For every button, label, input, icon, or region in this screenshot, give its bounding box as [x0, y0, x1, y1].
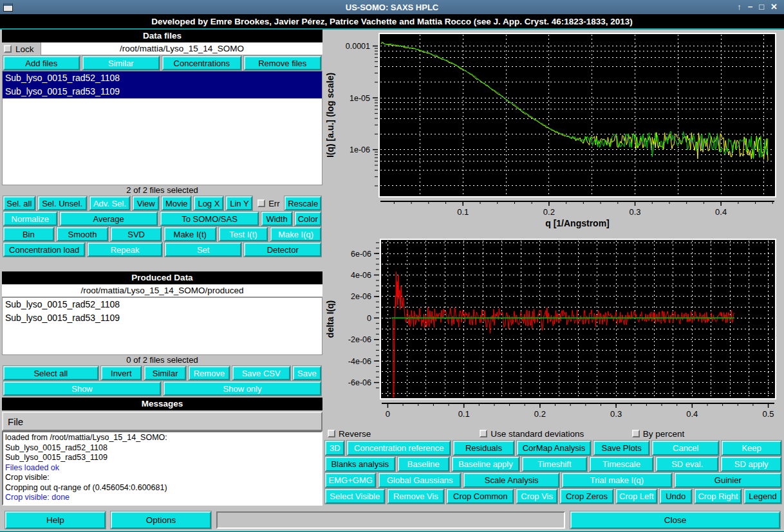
- y-axis-title: I(q) [a.u.] (log scale): [325, 73, 335, 158]
- maximize-window-button[interactable]: □: [759, 0, 764, 14]
- btn-to-somo-sas[interactable]: To SOMO/SAS: [160, 212, 259, 226]
- btn-bin[interactable]: Bin: [3, 227, 54, 241]
- btn-similar[interactable]: Similar: [82, 56, 160, 70]
- btn-sel-unsel[interactable]: Sel. Unsel.: [38, 196, 87, 210]
- btn-sd-apply[interactable]: SD apply: [721, 457, 781, 472]
- analysis-actions: 3DConcentration referenceResidualsCorMap…: [324, 440, 784, 504]
- btn-remove[interactable]: Remove: [189, 366, 229, 380]
- window-controls: ↑−□✕: [737, 0, 784, 14]
- btn-average[interactable]: Average: [60, 212, 158, 226]
- file-item[interactable]: Sub_lyso_0015_rad53_1109: [3, 85, 322, 98]
- title-bar[interactable]: US-SOMO: SAXS HPLC ↑−□✕: [0, 0, 784, 14]
- by-percent-checkbox[interactable]: [632, 430, 640, 437]
- btn-keep[interactable]: Keep: [722, 441, 781, 455]
- btn-options[interactable]: Options: [111, 511, 211, 529]
- btn-baseline[interactable]: Baseline: [398, 457, 450, 472]
- btn-scale-analysis[interactable]: Scale Analysis: [463, 473, 559, 488]
- credits-banner: Developed by Emre Brookes, Javier Pérez,…: [0, 14, 784, 28]
- btn-make-i-q[interactable]: Make I(q): [270, 227, 321, 241]
- btn-select-visible[interactable]: Select Visible: [325, 489, 385, 504]
- btn-3d[interactable]: 3D: [325, 441, 344, 455]
- btn-add-files[interactable]: Add files: [3, 56, 80, 70]
- btn-repeak[interactable]: Repeak: [88, 243, 162, 257]
- btn-smooth[interactable]: Smooth: [57, 227, 109, 241]
- btn-invert[interactable]: Invert: [101, 366, 142, 380]
- lock-checkbox[interactable]: [4, 45, 12, 53]
- btn-movie[interactable]: Movie: [162, 196, 191, 210]
- btn-crop-right[interactable]: Crop Right: [695, 489, 742, 504]
- btn-save-csv[interactable]: Save CSV: [232, 366, 290, 380]
- btn-emg-gmg[interactable]: EMG+GMG: [325, 473, 376, 488]
- btn-set[interactable]: Set: [165, 243, 242, 257]
- btn-make-i-t[interactable]: Make I(t): [164, 227, 216, 241]
- btn-remove-files[interactable]: Remove files: [244, 56, 322, 70]
- btn-concentration-load[interactable]: Concentration load: [3, 243, 85, 257]
- btn-log-x[interactable]: Log X: [194, 196, 223, 210]
- reverse-checkbox[interactable]: [328, 430, 335, 437]
- file-item[interactable]: Sub_lyso_0015_rad52_1108: [3, 298, 322, 311]
- btn-global-gaussians[interactable]: Global Gaussians: [378, 473, 461, 488]
- button-row: NormalizeAverageTo SOMO/SASWidthColor: [2, 211, 322, 226]
- btn-crop-vis[interactable]: Crop Vis: [516, 489, 557, 504]
- btn-cormap-analysis[interactable]: CorMap Analysis: [517, 441, 591, 455]
- btn-blanks-analysis[interactable]: Blanks analysis: [325, 457, 395, 472]
- btn-timeshift[interactable]: Timeshift: [522, 457, 587, 472]
- produced-selection-status: 0 of 2 files selected: [2, 355, 322, 365]
- svg-text:6e-06: 6e-06: [351, 250, 371, 259]
- log-line: Crop visible:: [5, 473, 319, 483]
- btn-normalize[interactable]: Normalize: [3, 212, 57, 226]
- data-files-path: /root/mattia/Lyso_15_14_SOMO: [41, 42, 322, 55]
- btn-width[interactable]: Width: [261, 212, 292, 226]
- btn-remove-vis[interactable]: Remove Vis: [387, 489, 445, 504]
- window-title: US-SOMO: SAXS HPLC: [0, 3, 784, 12]
- btn-sd-eval[interactable]: SD eval.: [656, 457, 718, 472]
- svg-text:2e-06: 2e-06: [351, 292, 371, 301]
- btn-view[interactable]: View: [133, 196, 159, 210]
- btn-crop-left[interactable]: Crop Left: [616, 489, 657, 504]
- produced-data-list[interactable]: Sub_lyso_0015_rad52_1108Sub_lyso_0015_ra…: [2, 297, 322, 355]
- btn-similar[interactable]: Similar: [144, 366, 186, 380]
- btn-cancel[interactable]: Cancel: [652, 441, 719, 455]
- file-item[interactable]: Sub_lyso_0015_rad53_1109: [3, 311, 322, 325]
- close-window-button[interactable]: ✕: [770, 0, 778, 14]
- button-row: ShowShow only: [2, 381, 322, 396]
- btn-timescale[interactable]: Timescale: [590, 457, 653, 472]
- btn-select-all[interactable]: Select all: [3, 366, 98, 380]
- btn-show[interactable]: Show: [3, 381, 161, 396]
- shade-window-button[interactable]: ↑: [737, 0, 742, 14]
- btn-trial-make-i-q[interactable]: Trial make I(q): [562, 473, 671, 488]
- btn-svd[interactable]: SVD: [111, 227, 162, 241]
- btn-test-i-t[interactable]: Test I(t): [219, 227, 268, 241]
- file-item[interactable]: Sub_lyso_0015_rad52_1108: [3, 71, 322, 85]
- btn-save-plots[interactable]: Save Plots: [593, 441, 649, 455]
- err-checkbox[interactable]: [257, 199, 265, 207]
- btn-save[interactable]: Save: [293, 366, 321, 380]
- iq-log-plot[interactable]: 0.00011e-051e-060.10.20.30.4I(q) [a.u.] …: [324, 30, 783, 230]
- delta-iq-plot[interactable]: 6e-064e-062e-060-2e-06-4e-06-6e-0600.10.…: [324, 235, 783, 425]
- btn-show-only[interactable]: Show only: [163, 381, 321, 396]
- data-files-list[interactable]: Sub_lyso_0015_rad52_1108Sub_lyso_0015_ra…: [2, 71, 322, 185]
- btn-close[interactable]: Close: [570, 511, 780, 529]
- btn-adv-sel[interactable]: Adv. Sel.: [89, 196, 131, 210]
- messages-log[interactable]: loaded from /root/mattia/Lyso_15_14_SOMO…: [2, 431, 322, 506]
- btn-undo[interactable]: Undo: [660, 489, 692, 504]
- btn-detector[interactable]: Detector: [244, 243, 321, 257]
- messages-file-menu[interactable]: File: [2, 412, 322, 431]
- btn-sel-all[interactable]: Sel. all: [3, 196, 35, 210]
- svg-text:0.4: 0.4: [715, 207, 727, 217]
- btn-concentration-reference[interactable]: Concentration reference: [347, 441, 451, 455]
- btn-lin-y[interactable]: Lin Y: [226, 196, 252, 210]
- btn-legend[interactable]: Legend: [744, 489, 781, 504]
- btn-residuals[interactable]: Residuals: [453, 441, 514, 455]
- x-axis-title: q [1/Angstrom]: [545, 218, 610, 228]
- btn-color[interactable]: Color: [295, 212, 321, 226]
- btn-guinier[interactable]: Guinier: [675, 473, 781, 488]
- btn-crop-zeros[interactable]: Crop Zeros: [560, 489, 613, 504]
- minimize-window-button[interactable]: −: [748, 0, 753, 14]
- btn-crop-common[interactable]: Crop Common: [447, 489, 514, 504]
- btn-concentrations[interactable]: Concentrations: [162, 56, 241, 70]
- btn-rescale[interactable]: Rescale: [285, 196, 321, 210]
- btn-baseline-apply[interactable]: Baseline apply: [452, 457, 519, 472]
- use-standard-deviations-checkbox[interactable]: [480, 430, 487, 437]
- btn-help[interactable]: Help: [5, 511, 106, 529]
